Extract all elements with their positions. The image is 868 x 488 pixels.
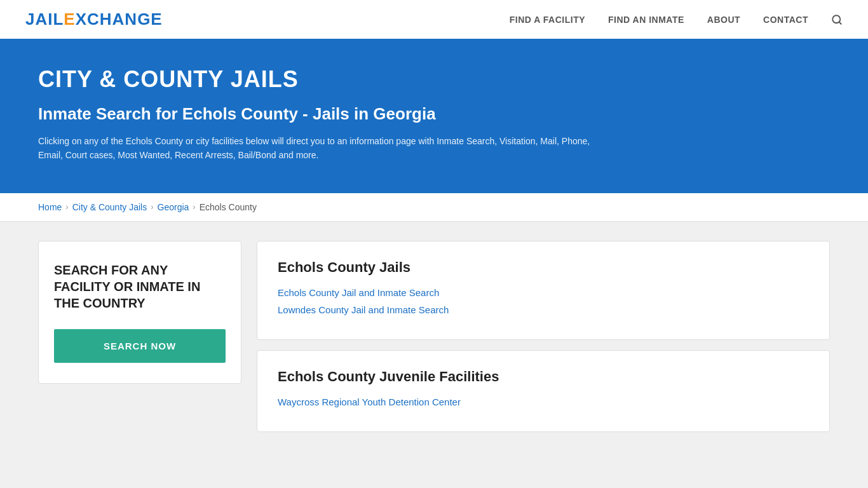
breadcrumb-state[interactable]: Georgia xyxy=(158,202,189,212)
nav-find-facility[interactable]: FIND A FACILITY xyxy=(510,15,585,25)
facility-card-juvenile-title: Echols County Juvenile Facilities xyxy=(278,369,809,385)
facility-card-jails-title: Echols County Jails xyxy=(278,259,809,276)
search-icon-button[interactable] xyxy=(831,14,843,25)
search-icon xyxy=(831,14,843,25)
site-header: JAILEXCHANGE FIND A FACILITY FIND AN INM… xyxy=(0,0,868,41)
breadcrumb-sep-1: › xyxy=(65,202,68,212)
search-panel-title: SEARCH FOR ANY FACILITY OR INMATE IN THE… xyxy=(54,262,226,311)
facility-link-echols-jail[interactable]: Echols County Jail and Inmate Search xyxy=(278,287,809,298)
hero-banner: CITY & COUNTY JAILS Inmate Search for Ec… xyxy=(0,41,868,193)
logo-xchange: XCHANGE xyxy=(76,10,163,29)
facility-link-waycross[interactable]: Waycross Regional Youth Detention Center xyxy=(278,396,809,407)
breadcrumb-city-county[interactable]: City & County Jails xyxy=(72,202,147,212)
facilities-panel: Echols County Jails Echols County Jail a… xyxy=(257,241,830,432)
hero-subtitle: Inmate Search for Echols County - Jails … xyxy=(38,104,830,124)
facility-link-lowndes-jail[interactable]: Lowndes County Jail and Inmate Search xyxy=(278,304,809,315)
breadcrumb-bar: Home › City & County Jails › Georgia › E… xyxy=(0,193,868,222)
nav-contact[interactable]: CONTACT xyxy=(763,15,808,25)
hero-title: CITY & COUNTY JAILS xyxy=(38,66,830,93)
svg-line-1 xyxy=(839,22,841,24)
breadcrumb-current: Echols County xyxy=(200,202,257,212)
breadcrumb-sep-3: › xyxy=(193,202,195,212)
site-logo[interactable]: JAILEXCHANGE xyxy=(25,10,163,29)
breadcrumb-home[interactable]: Home xyxy=(38,202,62,212)
nav-about[interactable]: ABOUT xyxy=(707,15,740,25)
logo-jail: JAIL xyxy=(25,10,64,29)
nav-find-inmate[interactable]: FIND AN INMATE xyxy=(608,15,684,25)
main-content: SEARCH FOR ANY FACILITY OR INMATE IN THE… xyxy=(0,222,868,458)
breadcrumb-sep-2: › xyxy=(151,202,153,212)
search-panel: SEARCH FOR ANY FACILITY OR INMATE IN THE… xyxy=(38,241,241,384)
facility-card-juvenile: Echols County Juvenile Facilities Waycro… xyxy=(257,350,830,432)
search-now-button[interactable]: SEARCH NOW xyxy=(54,329,226,363)
facility-card-jails: Echols County Jails Echols County Jail a… xyxy=(257,241,830,340)
hero-description: Clicking on any of the Echols County or … xyxy=(38,134,610,163)
main-nav: FIND A FACILITY FIND AN INMATE ABOUT CON… xyxy=(510,14,843,25)
logo-ex: E xyxy=(64,10,75,29)
breadcrumb: Home › City & County Jails › Georgia › E… xyxy=(38,202,830,212)
